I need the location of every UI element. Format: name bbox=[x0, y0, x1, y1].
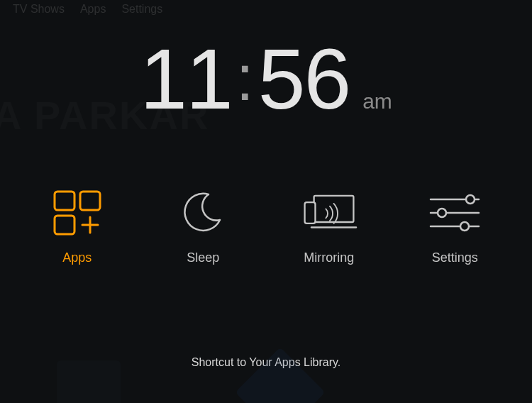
sleep-icon bbox=[174, 188, 231, 238]
tile-settings[interactable]: Settings bbox=[401, 188, 508, 265]
svg-rect-0 bbox=[55, 192, 74, 210]
tile-settings-label: Settings bbox=[432, 250, 478, 265]
clock-colon: : bbox=[236, 42, 254, 115]
clock-ampm: am bbox=[362, 89, 392, 114]
top-nav-item: Apps bbox=[80, 3, 106, 16]
svg-rect-1 bbox=[80, 192, 100, 210]
tile-sleep-label: Sleep bbox=[187, 250, 219, 265]
mirroring-icon bbox=[301, 188, 358, 238]
apps-icon bbox=[49, 188, 106, 238]
top-nav-item: TV Shows bbox=[13, 3, 65, 16]
svg-rect-5 bbox=[314, 196, 353, 222]
tile-mirroring-label: Mirroring bbox=[304, 250, 354, 265]
svg-point-11 bbox=[438, 209, 446, 217]
tile-sleep[interactable]: Sleep bbox=[150, 188, 256, 265]
tile-mirroring[interactable]: Mirroring bbox=[276, 188, 382, 265]
top-nav-item: Settings bbox=[121, 3, 162, 16]
tile-apps-label: Apps bbox=[62, 250, 92, 265]
svg-rect-2 bbox=[55, 216, 74, 234]
svg-point-9 bbox=[466, 195, 475, 204]
top-nav: TV Shows Apps Settings bbox=[0, 0, 175, 18]
clock: 11 : 56 am bbox=[0, 30, 532, 128]
svg-rect-7 bbox=[304, 202, 315, 223]
quick-tiles-row: Apps Sleep Mirroring bbox=[0, 188, 532, 265]
clock-hours: 11 bbox=[140, 30, 231, 128]
tile-apps[interactable]: Apps bbox=[24, 188, 131, 265]
svg-point-13 bbox=[460, 222, 469, 231]
selection-description: Shortcut to Your Apps Library. bbox=[0, 356, 532, 369]
settings-icon bbox=[426, 188, 483, 238]
clock-minutes: 56 bbox=[258, 30, 350, 128]
